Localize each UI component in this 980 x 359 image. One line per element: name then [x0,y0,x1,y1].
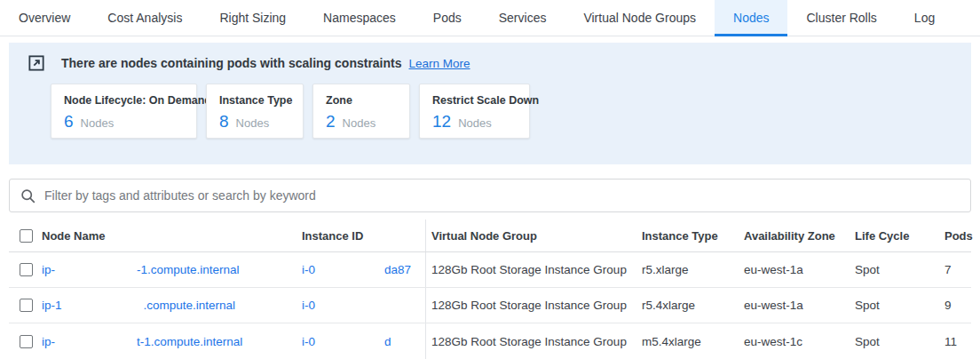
table-header-row: Node Name Instance ID Virtual Node Group… [9,219,971,252]
col-pods: Pods [944,229,973,243]
select-all-checkbox[interactable] [20,229,33,243]
col-availability-zone: Availability Zone [744,229,855,243]
card-count: 12 [432,112,451,132]
tab-bar: Overview Cost Analysis Right Sizing Name… [0,0,980,36]
virtual-node-group-cell: 128Gb Root Storage Instance Group [426,263,642,276]
card-count: 6 [64,112,74,132]
learn-more-link[interactable]: Learn More [409,57,470,70]
table-row: ip-1 .compute.internal i-0 128Gb Root St… [9,288,971,323]
tab-namespaces[interactable]: Namespaces [304,0,415,36]
node-name-link[interactable]: ip- -1.compute.internal [42,263,302,276]
card-title: Zone [326,94,397,107]
tab-nodes[interactable]: Nodes [715,0,787,36]
table-row: ip- -1.compute.internal i-0 da87 128Gb R… [9,252,971,288]
row-checkbox[interactable] [20,263,33,276]
card-title: Restrict Scale Down [432,94,517,107]
card-restrict-scale-down[interactable]: Restrict Scale Down 12 Nodes [419,84,530,139]
card-unit: Nodes [343,116,376,130]
life-cycle-cell: Spot [855,263,944,276]
instance-type-cell: m5.4xlarge [642,335,744,348]
instance-id-link[interactable]: i-0 [302,288,426,323]
banner-message: There are nodes containing pods with sca… [61,56,402,70]
scaling-constraints-banner: There are nodes containing pods with sca… [9,43,971,164]
instance-id-link[interactable]: i-0 d [302,323,426,359]
card-node-lifecycle-on-demand[interactable]: Node Lifecycle: On Demand 6 Nodes [51,84,197,139]
col-node-name: Node Name [42,229,302,243]
life-cycle-cell: Spot [855,299,944,312]
banner-header: There are nodes containing pods with sca… [20,55,960,71]
col-instance-id: Instance ID [302,219,426,251]
instance-type-cell: r5.xlarge [642,263,744,276]
pods-cell: 7 [944,263,971,276]
instance-id-link[interactable]: i-0 da87 [302,252,426,287]
card-zone[interactable]: Zone 2 Nodes [312,84,410,139]
col-instance-type: Instance Type [642,229,744,243]
tab-log[interactable]: Log [896,0,953,36]
card-unit: Nodes [458,116,492,130]
life-cycle-cell: Spot [855,335,944,348]
virtual-node-group-cell: 128Gb Root Storage Instance Group [426,335,642,348]
card-count: 2 [326,112,336,132]
tab-cluster-rolls[interactable]: Cluster Rolls [787,0,895,36]
card-count: 8 [219,112,229,132]
search-icon [20,188,36,203]
col-life-cycle: Life Cycle [855,229,944,243]
table-row: ip- t-1.compute.internal i-0 d 128Gb Roo… [9,323,971,359]
tab-services[interactable]: Services [480,0,565,36]
card-instance-type[interactable]: Instance Type 8 Nodes [206,84,304,139]
col-virtual-node-group: Virtual Node Group [426,229,642,243]
tab-overview[interactable]: Overview [0,0,89,36]
tab-right-sizing[interactable]: Right Sizing [201,0,304,36]
availability-zone-cell: eu-west-1c [744,335,855,348]
pods-cell: 9 [944,299,971,312]
node-name-link[interactable]: ip- t-1.compute.internal [42,335,302,348]
virtual-node-group-cell: 128Gb Root Storage Instance Group [426,299,642,312]
card-title: Node Lifecycle: On Demand [64,94,184,107]
tab-cost-analysis[interactable]: Cost Analysis [89,0,201,36]
instance-type-cell: r5.4xlarge [642,299,744,312]
tab-virtual-node-groups[interactable]: Virtual Node Groups [565,0,715,36]
pods-cell: 11 [944,335,971,348]
row-checkbox[interactable] [20,335,33,348]
card-title: Instance Type [219,94,290,107]
constraint-cards: Node Lifecycle: On Demand 6 Nodes Instan… [51,84,960,139]
row-checkbox[interactable] [20,299,33,312]
search-input[interactable] [44,188,960,203]
tab-pods[interactable]: Pods [415,0,480,36]
scale-up-icon [28,55,44,71]
filter-search [9,179,971,212]
card-unit: Nodes [81,116,115,130]
availability-zone-cell: eu-west-1a [744,263,855,276]
card-unit: Nodes [236,116,270,130]
nodes-table: Node Name Instance ID Virtual Node Group… [9,219,971,359]
node-name-link[interactable]: ip-1 .compute.internal [42,299,302,312]
availability-zone-cell: eu-west-1a [744,299,855,312]
